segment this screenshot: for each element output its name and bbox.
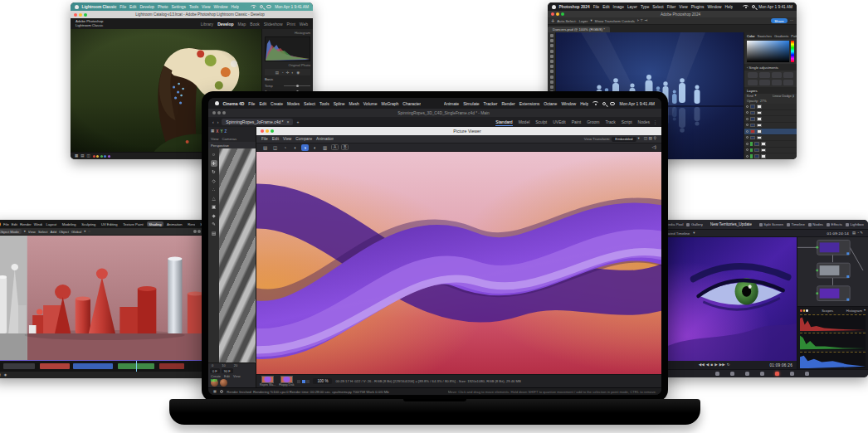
lr-menu-develop[interactable]: Develop [139, 5, 154, 9]
ps-menu-view[interactable]: View [679, 5, 687, 9]
menubar-clock[interactable]: Mon Apr 1 9:41 AM [275, 5, 309, 9]
mode-dropdown[interactable]: Object Mode [0, 229, 22, 234]
workspace-tab-shading[interactable]: Shading [147, 221, 163, 226]
ps-panel-tab-color[interactable]: Color [747, 34, 755, 38]
ps-menu-select[interactable]: Select [652, 5, 663, 9]
view-mode-squares[interactable] [297, 380, 310, 383]
lr-module-web[interactable]: Web [300, 22, 308, 27]
c4d-menu-tools[interactable]: Tools [319, 101, 329, 106]
resolve-button-effects[interactable]: Effects [827, 222, 842, 226]
lr-module-map[interactable]: Map [238, 22, 246, 27]
c4d-menu-octane[interactable]: Octane [544, 101, 557, 106]
viewport-menu-object[interactable]: Object [59, 230, 69, 234]
move-tool-icon[interactable]: ✛ [551, 19, 554, 23]
lr-menu-view[interactable]: View [202, 5, 210, 9]
snap-magnet-icon[interactable]: ◌ [88, 230, 90, 233]
c4d-menu-window[interactable]: Window [561, 101, 576, 106]
workspace-tab-uv-editing[interactable]: UV Editing [100, 221, 119, 226]
c4d-menu-extensions[interactable]: Extensions [519, 101, 539, 106]
lr-menu-settings[interactable]: Settings [172, 5, 186, 9]
scope-type-dropdown[interactable]: Histogram [846, 309, 862, 313]
c4d-menu-modes[interactable]: Modes [287, 101, 300, 106]
wifi-icon[interactable] [592, 101, 598, 105]
layer-row[interactable] [744, 153, 797, 159]
lr-menu-tools[interactable]: Tools [189, 5, 198, 9]
apple-menu-icon[interactable] [552, 5, 556, 9]
c4d-menu-animate[interactable]: Animate [444, 101, 459, 106]
document-tab[interactable]: SpinningRopes_JoFrame.c4d *× [222, 119, 293, 125]
c4d-app-menu[interactable]: Cinema 4D [223, 101, 245, 106]
color-label-dot[interactable] [96, 155, 99, 158]
workspace-tab-layout[interactable]: Layout [45, 221, 59, 226]
close-tab-icon[interactable]: × [287, 120, 290, 124]
blender-menu-window[interactable]: Window [34, 222, 42, 226]
tools-icons[interactable]: ▤ ◔ ✎ [852, 231, 863, 235]
menubar-clock[interactable]: Mon Apr 1 9:41 AM [758, 5, 792, 9]
fullscreen-icon[interactable]: ◔ [281, 144, 289, 151]
layout-tab-uvedit[interactable]: UVEdit [553, 118, 566, 126]
ps-menu-filter[interactable]: Filter [667, 5, 676, 9]
c4d-menu-character[interactable]: Character [402, 101, 421, 106]
picture-viewer-titlebar[interactable]: Picture Viewer [256, 127, 661, 135]
c4d-menu-render[interactable]: Render [501, 101, 514, 106]
wifi-icon[interactable] [743, 5, 749, 9]
material-menu-create[interactable]: Create [211, 374, 221, 378]
viewport-menu-view[interactable]: View [28, 230, 36, 234]
workspace-tab-modeling[interactable]: Modeling [61, 221, 78, 226]
layer-row[interactable] [744, 104, 797, 110]
c4d-menu-file[interactable]: File [248, 101, 255, 106]
material-menu-edit[interactable]: Edit [224, 374, 230, 378]
layer-row[interactable] [744, 135, 797, 142]
workspace-tab-sculpting[interactable]: Sculpting [80, 221, 97, 226]
layer-row[interactable] [744, 116, 797, 123]
ps-menu-image[interactable]: Image [613, 5, 624, 9]
resolve-button-nodes[interactable]: Nodes [808, 222, 823, 226]
ps-menu-help[interactable]: Help [724, 5, 733, 9]
render-history-thumb[interactable]: Floppy Disk [279, 376, 294, 387]
layout-tab-standard[interactable]: Standard [495, 118, 512, 126]
grid-icon[interactable]: ▦ [211, 129, 214, 134]
adjustments-grid[interactable] [744, 71, 797, 87]
opacity-value[interactable]: 27% [760, 100, 767, 103]
overflow-icon[interactable]: ⋮ [653, 120, 657, 124]
blender-menu-render[interactable]: Render [20, 222, 32, 226]
color-label-dot[interactable] [108, 155, 110, 158]
c4d-tool-column[interactable]: ○✛↻◇∴△▣◆✎▤ [208, 148, 219, 362]
traffic-lights[interactable] [212, 111, 226, 114]
pv-menu-animation[interactable]: Animation [316, 137, 334, 141]
show-transform-label[interactable]: Show Transform Controls [595, 19, 635, 23]
color-label-dot[interactable] [100, 155, 103, 158]
ps-panel-tab-gradients[interactable]: Gradients [774, 34, 788, 38]
c4d-menu-help[interactable]: Help [580, 101, 588, 106]
menubar-clock[interactable]: Mon Apr 1 9:41 AM [619, 101, 655, 106]
transport-controls[interactable]: ◀◀◀■▶▶▶↻ 01:09:06:26 [656, 361, 797, 369]
lr-menu-file[interactable]: File [119, 5, 126, 9]
layout-tab-groom[interactable]: Groom [587, 118, 599, 126]
view-transform[interactable]: View Transform: Embedded ▾ [584, 137, 640, 142]
traffic-lights[interactable] [261, 129, 274, 133]
compare-b-button[interactable]: B [341, 144, 349, 150]
c4d-menu-mesh[interactable]: Mesh [349, 101, 359, 106]
compare-split-icon[interactable]: ◑ [301, 144, 309, 151]
layer-row[interactable] [744, 129, 797, 135]
axis-lock-buttons[interactable]: ▦ XYZ [208, 127, 256, 135]
resolve-button-timeline[interactable]: Timeline [787, 222, 805, 226]
color-picker[interactable] [744, 39, 797, 64]
visibility-eye-icon[interactable] [746, 155, 749, 158]
playhead[interactable] [136, 361, 137, 372]
visibility-eye-icon[interactable] [746, 136, 749, 139]
lr-module-develop[interactable]: Develop [217, 22, 233, 27]
lr-module-book[interactable]: Book [250, 22, 259, 27]
layout-tab-track[interactable]: Track [605, 118, 615, 126]
compare-a-button[interactable]: A [331, 144, 339, 150]
grid-view-icon[interactable]: ▦ [75, 154, 78, 158]
layer-row[interactable] [744, 141, 797, 148]
search-icon[interactable] [752, 5, 755, 8]
resolve-button-split-screen[interactable]: Split Screen [759, 222, 783, 226]
frame-field-0-f[interactable]: 0 F [210, 368, 220, 373]
material-menu-view[interactable]: View [233, 374, 241, 378]
wifi-icon[interactable] [251, 5, 256, 9]
more-options-icon[interactable]: ⋯ [790, 19, 793, 22]
share-button[interactable]: Share [771, 18, 787, 23]
photoshop-app-menu[interactable]: Photoshop 2024 [559, 5, 590, 9]
